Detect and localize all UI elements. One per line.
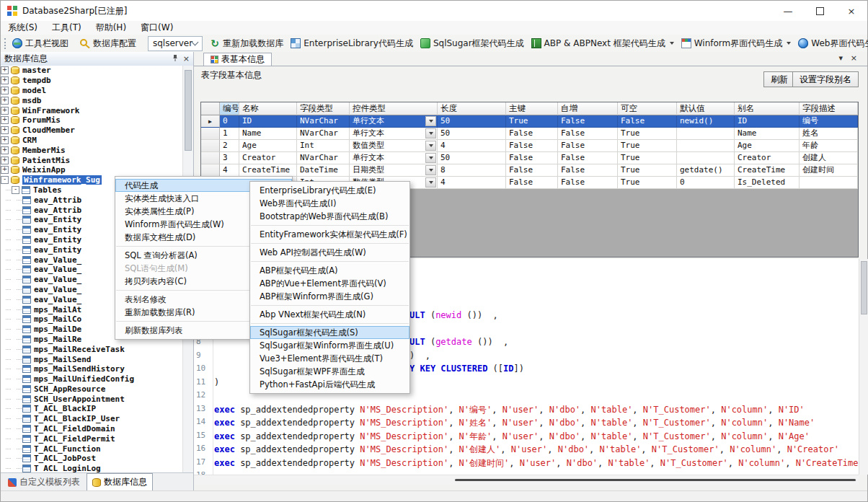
submenu-item[interactable]: SqlSugar框架Winform界面生成(U)	[250, 339, 409, 352]
grid-cell[interactable]	[677, 152, 735, 164]
grid-column-header[interactable]: 可空	[618, 102, 677, 115]
code-horizontal-scrollbar[interactable]	[194, 475, 859, 485]
grid-cell[interactable]	[677, 140, 735, 152]
db-type-combo[interactable]: sqlserver	[148, 36, 203, 51]
grid-cell[interactable]: 4	[438, 177, 506, 189]
tree-node[interactable]: T_ACL_FieldDomain	[1, 424, 183, 434]
grid-cell[interactable]: Creator	[735, 152, 800, 164]
grid-cell[interactable]: newid()	[677, 115, 735, 128]
submenu-item[interactable]: Bootstrap的Web界面代码生成(B)	[250, 210, 409, 223]
tree-node[interactable]: mps_MailSend	[1, 354, 183, 364]
close-button[interactable]: ×	[836, 1, 867, 21]
web-codegen-button[interactable]: Web界面代码生成	[794, 36, 868, 51]
grid-cell[interactable]: 50	[438, 115, 506, 128]
menubar-item[interactable]: 帮助(H)	[89, 21, 133, 35]
grid-cell[interactable]: NVarChar	[297, 128, 350, 140]
grid-cell[interactable]: False	[558, 140, 618, 152]
grid-column-header[interactable]: 字段类型	[297, 102, 350, 115]
tree-node[interactable]: mps_MailUnifiedConfig	[1, 374, 183, 384]
submenu-item[interactable]: ABP框架代码生成(A)	[250, 264, 409, 277]
grid-row[interactable]: ▶0IDNVarChar单行文本50TrueFalseFalsenewid()I…	[201, 115, 858, 128]
grid-cell[interactable]: True	[618, 177, 677, 189]
grid-column-header[interactable]: 控件类型	[350, 102, 438, 115]
code-hscroll-thumb[interactable]	[455, 479, 856, 481]
tree-node[interactable]: T_ACL_FieldPermit	[1, 433, 183, 444]
submenu-item[interactable]: Python+FastApi后端代码生成	[250, 378, 409, 391]
doc-close-icon[interactable]: ×	[851, 53, 857, 63]
grid-cell[interactable]: 3	[220, 152, 239, 164]
grid-cell[interactable]: 单行文本	[350, 128, 438, 140]
grid-cell[interactable]: Age	[239, 140, 297, 152]
tree-expander-icon[interactable]: +	[1, 97, 9, 105]
grid-cell[interactable]: Int	[297, 140, 350, 152]
tree-node[interactable]: SCH_AppResource	[1, 384, 183, 395]
tree-node[interactable]: mps_MailReceiveTask	[1, 344, 183, 354]
grid-cell[interactable]: CreateTime	[239, 164, 297, 177]
refresh-button[interactable]: 刷新	[763, 71, 795, 87]
tree-expander-icon[interactable]: +	[1, 166, 9, 174]
grid-cell[interactable]: 编号	[800, 115, 858, 128]
row-selector-cell[interactable]: ▶	[201, 115, 220, 128]
grid-cell[interactable]: False	[558, 164, 618, 177]
grid-cell[interactable]: 4	[438, 140, 506, 152]
tree-expander-icon[interactable]: +	[1, 107, 9, 115]
db-config-button[interactable]: 数据库配置	[76, 36, 140, 51]
grid-cell[interactable]: True	[618, 164, 677, 177]
tree-expander-icon[interactable]: +	[1, 66, 9, 74]
row-selector-cell[interactable]	[201, 140, 220, 152]
grid-cell[interactable]: Creator	[239, 152, 297, 164]
grid-cell[interactable]: 8	[438, 164, 506, 177]
code-vscroll-thumb[interactable]	[861, 261, 867, 314]
pin-icon[interactable]	[172, 54, 179, 63]
submenu-item[interactable]: Vue3+Element界面代码生成(T)	[250, 352, 409, 365]
menubar-item[interactable]: 系统(S)	[1, 21, 45, 35]
grid-cell[interactable]: True	[506, 115, 558, 128]
grid-cell[interactable]: CreateTime	[735, 164, 800, 177]
tree-node[interactable]: +CloudMember	[1, 126, 183, 136]
grid-cell[interactable]: True	[618, 128, 677, 140]
toolbar-view-button[interactable]: 工具栏视图	[9, 36, 72, 51]
tree-node[interactable]: +msdb	[1, 95, 183, 105]
combo-button[interactable]	[425, 141, 436, 151]
grid-cell[interactable]: False	[558, 177, 618, 189]
grid-cell[interactable]: False	[506, 140, 558, 152]
tree-node[interactable]: +PatientMis	[1, 155, 183, 165]
tree-node[interactable]: +model	[1, 86, 183, 96]
submenu-item[interactable]: Web界面代码生成(I)	[250, 197, 409, 210]
tree-expander-icon[interactable]: +	[1, 157, 9, 164]
grid-row[interactable]: 2AgeInt数值类型4FalseFalseTrueAge年龄	[201, 140, 858, 152]
submenu-item[interactable]: ABP框架Winform界面生成(G)	[250, 290, 409, 303]
grid-column-header[interactable]: 长度	[438, 102, 506, 115]
grid-cell[interactable]: DateTime	[297, 164, 350, 177]
grid-cell[interactable]: ID	[735, 115, 800, 128]
tree-expander-icon[interactable]: +	[1, 76, 9, 84]
tree-node[interactable]: +MemberMis	[1, 145, 183, 155]
enterpriselibrary-codegen-button[interactable]: EnterpriseLibrary代码生成	[287, 36, 417, 51]
grid-cell[interactable]: 日期类型	[350, 164, 438, 177]
grid-column-header[interactable]: 名称	[239, 102, 297, 115]
tree-expander-icon[interactable]: +	[1, 126, 9, 134]
grid-cell[interactable]: NVarChar	[297, 115, 350, 128]
grid-cell[interactable]: False	[558, 115, 618, 128]
grid-cell[interactable]: False	[506, 152, 558, 164]
left-tab-database-info[interactable]: 数据库信息	[87, 473, 153, 492]
tree-expander-icon[interactable]: +	[1, 116, 9, 124]
grid-row[interactable]: 3CreatorNVarChar单行文本50FalseFalseTrueCrea…	[201, 152, 858, 164]
submenu-item[interactable]: EntityFramework实体框架代码生成(F)	[250, 228, 409, 241]
menubar-item[interactable]: 窗口(W)	[133, 21, 180, 35]
grid-cell[interactable]: 单行文本	[350, 152, 438, 164]
grid-cell[interactable]: False	[506, 177, 558, 189]
maximize-button[interactable]	[804, 1, 836, 21]
tree-node[interactable]: SCH_UserAppointment	[1, 394, 183, 404]
tree-node[interactable]: +WeixinApp	[1, 165, 183, 175]
combo-button[interactable]	[425, 128, 436, 138]
grid-cell[interactable]: 年龄	[800, 140, 858, 152]
row-selector-cell[interactable]	[201, 152, 220, 164]
tree-node[interactable]: +tempdb	[1, 76, 183, 86]
grid-cell[interactable]: 单行文本	[350, 115, 438, 128]
grid-cell[interactable]: False	[506, 164, 558, 177]
submenu-item[interactable]: SqlSugar框架代码生成(S)	[250, 326, 409, 339]
grid-cell[interactable]: Age	[735, 140, 800, 152]
grid-row[interactable]: 1NameNVarChar单行文本50FalseFalseTrueName姓名	[201, 128, 858, 140]
grid-cell[interactable]: True	[618, 140, 677, 152]
